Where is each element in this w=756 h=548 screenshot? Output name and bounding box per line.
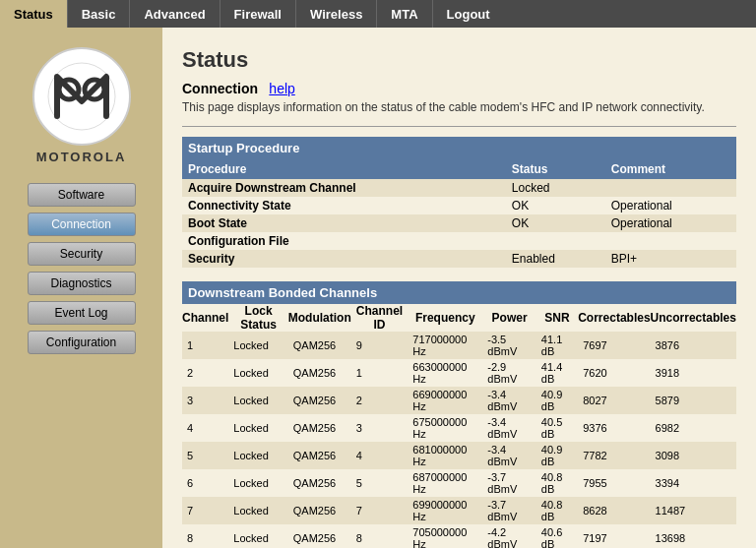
startup-table: Startup Procedure Procedure Status Comme… — [182, 137, 736, 268]
table-row: Security Enabled BPI+ — [182, 250, 736, 268]
connection-label: Connection — [182, 81, 258, 96]
motorola-logo — [32, 47, 131, 146]
sidebar-btn-diagnostics[interactable]: Diagnostics — [28, 272, 136, 295]
nav-wireless[interactable]: Wireless — [296, 0, 377, 28]
downstream-section-header: Downstream Bonded Channels — [182, 281, 736, 304]
sidebar-btn-connection[interactable]: Connection — [28, 213, 136, 236]
table-row: Connectivity State OK Operational — [182, 197, 736, 214]
nav-basic[interactable]: Basic — [68, 0, 131, 28]
watermark-wrapper: setuprouter Startup Procedure Procedure … — [182, 137, 736, 548]
sidebar: MOTOROLA Software Connection Security Di… — [0, 28, 162, 548]
sidebar-btn-eventlog[interactable]: Event Log — [28, 301, 136, 325]
startup-section-header: Startup Procedure — [182, 137, 736, 159]
table-row: Configuration File — [182, 232, 736, 250]
connection-section: Connection help This page displays infor… — [182, 81, 736, 114]
nav-firewall[interactable]: Firewall — [220, 0, 296, 28]
table-row: 5 Locked QAM256 4 681000000 Hz -3.4 dBmV… — [182, 442, 736, 469]
downstream-col-header: Channel Lock Status Modulation Channel I… — [182, 304, 736, 332]
divider — [182, 126, 736, 127]
table-row: Acquire Downstream Channel Locked — [182, 179, 736, 197]
top-nav: Status Basic Advanced Firewall Wireless … — [0, 0, 756, 28]
nav-advanced[interactable]: Advanced — [130, 0, 220, 28]
page-title: Status — [182, 47, 736, 73]
nav-mta[interactable]: MTA — [377, 0, 432, 28]
table-row: 3 Locked QAM256 2 669000000 Hz -3.4 dBmV… — [182, 387, 736, 414]
downstream-table: Downstream Bonded Channels Channel Lock … — [182, 281, 736, 548]
connection-description: This page displays information on the st… — [182, 100, 736, 114]
table-row: 6 Locked QAM256 5 687000000 Hz -3.7 dBmV… — [182, 469, 736, 497]
sidebar-btn-security[interactable]: Security — [28, 242, 136, 266]
table-row: 1 Locked QAM256 9 717000000 Hz -3.5 dBmV… — [182, 332, 736, 359]
nav-status[interactable]: Status — [0, 0, 68, 28]
sidebar-btn-software[interactable]: Software — [28, 183, 136, 207]
main-content: Status Connection help This page display… — [162, 28, 756, 548]
sidebar-btn-configuration[interactable]: Configuration — [28, 331, 136, 354]
table-row: Boot State OK Operational — [182, 214, 736, 232]
table-row: 2 Locked QAM256 1 663000000 Hz -2.9 dBmV… — [182, 359, 736, 387]
table-row: 4 Locked QAM256 3 675000000 Hz -3.4 dBmV… — [182, 414, 736, 442]
brand-label: MOTOROLA — [36, 150, 127, 164]
startup-col-header: Procedure Status Comment — [182, 159, 736, 179]
table-row: 8 Locked QAM256 8 705000000 Hz -4.2 dBmV… — [182, 524, 736, 548]
nav-logout[interactable]: Logout — [433, 0, 504, 28]
help-link[interactable]: help — [269, 81, 294, 96]
motorola-m-icon — [47, 62, 116, 131]
table-row: 7 Locked QAM256 7 699000000 Hz -3.7 dBmV… — [182, 497, 736, 524]
